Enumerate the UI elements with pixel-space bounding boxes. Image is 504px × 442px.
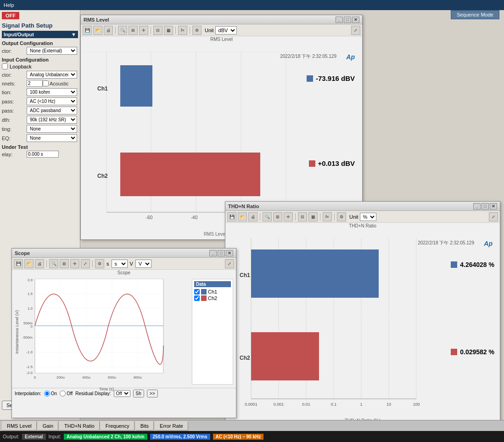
scope-ch1-checkbox[interactable]	[194, 289, 200, 295]
scope-expand-icon[interactable]: ⤢	[225, 259, 234, 268]
scope-close-btn[interactable]: ✕	[226, 250, 233, 256]
rms-close-btn[interactable]: ✕	[352, 17, 359, 23]
scope-minimize-btn[interactable]: _	[209, 250, 217, 256]
svg-text:1: 1	[360, 402, 362, 407]
scope-y-select[interactable]: V	[135, 260, 151, 268]
tb-zoom-icon[interactable]: 🔍	[118, 26, 127, 35]
taskbar-bits[interactable]: Bits	[135, 421, 154, 431]
coupling-select[interactable]: None	[27, 125, 77, 133]
svg-text:0.01: 0.01	[302, 402, 310, 407]
thd-grid-icon[interactable]: ⊞	[273, 212, 282, 221]
rms-ch2-label: Ch2	[97, 173, 108, 179]
taskbar-rms[interactable]: RMS Level	[2, 421, 37, 431]
thd-window: THD+N Ratio _ □ ✕ 💾 📂 🖨 🔍 ⊞ ✛ ⊟ ▦ f× ⚙ U…	[225, 201, 500, 426]
thd-zoom-icon[interactable]: 🔍	[263, 212, 272, 221]
channels-input[interactable]	[27, 80, 43, 87]
thd-toolbar: 💾 📂 🖨 🔍 ⊞ ✛ ⊟ ▦ f× ⚙ Unit % ⤢	[225, 211, 500, 223]
rms-subtitle: RMS Level	[81, 36, 362, 42]
rms-unit-select[interactable]: dBV	[215, 26, 237, 34]
rms-maximize-btn[interactable]: □	[344, 17, 351, 23]
scope-plus-icon[interactable]: ✛	[70, 259, 79, 268]
off-button[interactable]: OFF	[2, 12, 19, 19]
thd-open-icon[interactable]: 📂	[238, 212, 247, 221]
impedance-row: tion: 100 kohm	[2, 88, 78, 96]
tb-open-icon[interactable]: 📂	[93, 26, 102, 35]
thd-unit-select[interactable]: %	[360, 213, 376, 221]
tb-grid-icon[interactable]: ⊞	[129, 26, 138, 35]
thd-minimize-btn[interactable]: _	[473, 203, 481, 210]
input-connector-select[interactable]: Analog Unbalanced	[27, 71, 77, 79]
thd-expand-icon[interactable]: ⤢	[489, 212, 498, 221]
impedance-select[interactable]: 100 kohm	[27, 88, 77, 96]
taskbar-freq[interactable]: Frequency	[101, 421, 134, 431]
thd-graph-icon[interactable]: ▦	[308, 212, 318, 221]
thd-maximize-btn[interactable]: □	[482, 203, 489, 210]
lowpass-select[interactable]: ADC passband	[27, 107, 77, 114]
scope-move-icon[interactable]: ⤢	[81, 259, 90, 268]
thd-win-controls: _ □ ✕	[473, 203, 497, 210]
acoustic-checkbox[interactable]	[43, 80, 49, 86]
rms-ap-logo: Ap	[346, 53, 355, 61]
bandwidth-row: dth: 90k (192 kHz SR)	[2, 116, 78, 124]
rms-toolbar: 💾 📂 🖨 🔍 ⊞ ✛ ⊟ ▦ f× ⚙ Unit dBV ⤢	[81, 24, 362, 36]
loopback-checkbox[interactable]	[2, 63, 8, 69]
interpolation-label: Interpolation:	[15, 391, 41, 396]
thd-save-icon[interactable]: 💾	[227, 212, 236, 221]
scope-toolbar: 💾 📂 🖨 🔍 ⊞ ✛ ⤢ ⚙ s s V V ⤢	[12, 258, 236, 270]
thd-unit-label: Unit	[349, 214, 358, 220]
thd-fx-icon[interactable]: f×	[323, 212, 332, 221]
output-external-badge: External	[22, 434, 45, 440]
thd-cross-icon[interactable]: ✛	[284, 212, 293, 221]
tb-gear-icon[interactable]: ⚙	[192, 26, 202, 35]
thd-close-btn[interactable]: ✕	[490, 203, 497, 210]
delay-row: elay:	[2, 151, 78, 158]
taskbar-thd[interactable]: THD+N Ratio	[59, 421, 100, 431]
eq-select[interactable]: None	[27, 134, 77, 142]
scope-save-icon[interactable]: 💾	[14, 259, 23, 268]
thd-ap-logo: Ap	[484, 240, 493, 247]
scope-maximize-btn[interactable]: □	[218, 250, 225, 256]
input-status-label: Input:	[49, 434, 62, 439]
menu-bar: Help	[0, 0, 504, 10]
scope-ch2-swatch	[201, 295, 207, 301]
delay-input[interactable]	[27, 151, 59, 158]
tb-expand-icon[interactable]: ⤢	[351, 26, 360, 35]
scope-zoom-icon[interactable]: 🔍	[49, 259, 58, 268]
channels-row: nnels: Acoustic	[2, 80, 78, 87]
output-connector-select[interactable]: None (External)	[27, 47, 77, 55]
svg-text:Ch2: Ch2	[240, 355, 250, 361]
rms-minimize-btn[interactable]: _	[336, 17, 343, 23]
tb-table-icon[interactable]: ⊟	[153, 26, 162, 35]
scope-gear-icon[interactable]: ⚙	[95, 259, 104, 268]
tb-save-icon[interactable]: 💾	[83, 26, 92, 35]
thd-ch2-value-label: 0.029582 %	[451, 348, 494, 356]
tb-sep2	[151, 27, 151, 34]
taskbar-gain[interactable]: Gain	[38, 421, 58, 431]
rms-ch2-color-swatch	[309, 160, 315, 167]
scope-grid-icon[interactable]: ⊞	[60, 259, 69, 268]
thd-gear-icon[interactable]: ⚙	[337, 212, 346, 221]
io-section-header[interactable]: Input/Output ▼	[2, 31, 78, 38]
sequence-mode-button[interactable]: Sequence Mode	[451, 10, 499, 19]
tb-fx-icon[interactable]: f×	[178, 26, 187, 35]
residual-label: Residual Display:	[75, 391, 111, 396]
taskbar-error-rate[interactable]: Error Rate	[155, 421, 188, 431]
thd-table-icon[interactable]: ⊟	[298, 212, 307, 221]
scope-ch2-checkbox[interactable]	[194, 295, 200, 301]
scope-x-select[interactable]: s	[112, 260, 128, 268]
tb-print-icon[interactable]: 🖨	[104, 26, 113, 35]
tb-cross-icon[interactable]: ✛	[139, 26, 148, 35]
thd-print-icon[interactable]: 🖨	[248, 212, 258, 221]
level-badge: 250.0 mVrms, 2.500 Vrms	[150, 434, 210, 440]
scope-open-icon[interactable]: 📂	[24, 259, 34, 268]
scope-window: Scope _ □ ✕ 💾 📂 🖨 🔍 ⊞ ✛ ⤢ ⚙ s s V V	[11, 248, 236, 418]
tb-graph-icon[interactable]: ▦	[164, 26, 173, 35]
bandwidth-select[interactable]: 90k (192 kHz SR)	[27, 116, 77, 124]
scope-print-icon[interactable]: 🖨	[35, 259, 44, 268]
thd-sep3	[320, 213, 320, 221]
thd-ch1-color-swatch	[451, 261, 457, 268]
menu-help[interactable]: Help	[4, 2, 14, 8]
thd-sep2	[295, 213, 296, 221]
highpass-select[interactable]: AC (<10 Hz)	[27, 97, 77, 105]
rms-ch1-color-swatch	[307, 75, 313, 82]
